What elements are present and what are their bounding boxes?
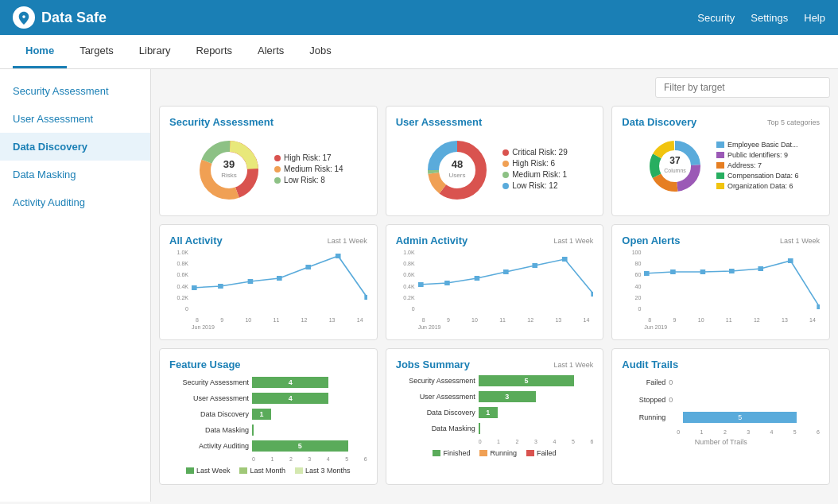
tab-reports[interactable]: Reports [184, 35, 246, 68]
svg-rect-22 [336, 254, 341, 258]
svg-text:37: 37 [669, 155, 681, 166]
data-discovery-card: Data Discovery Top 5 categories 37 Colum… [611, 106, 830, 216]
svg-rect-34 [729, 269, 735, 273]
svg-rect-20 [277, 276, 282, 281]
jobs-summary-chart: Security Assessment 5 User Assessment 3 … [396, 375, 594, 457]
audit-row-stopped: Stopped 0 [622, 394, 820, 405]
header: Data Safe Security Settings Help [0, 0, 838, 35]
audit-row-running: Running 5 [622, 412, 820, 423]
user-donut: 48 Users [421, 134, 493, 206]
logo-icon [13, 6, 35, 29]
security-legend: High Risk: 17 Medium Risk: 14 Low Risk: … [274, 153, 343, 187]
jobs-row-user: User Assessment 3 [396, 391, 594, 402]
nav-help[interactable]: Help [804, 12, 825, 24]
svg-text:Users: Users [449, 172, 466, 179]
user-assessment-chart: 48 Users Critical Risk: 29 High Risk: 6 [396, 134, 594, 206]
feature-usage-card: Feature Usage Security Assessment 4 User… [159, 348, 378, 485]
feature-usage-title: Feature Usage [169, 359, 367, 370]
security-center-value: 39 [223, 158, 235, 170]
medium-dot [274, 166, 281, 173]
jobs-summary-subtitle: Last 1 Week [553, 361, 593, 369]
security-assessment-chart: 39 Risks High Risk: 17 Medium Risk: 14 [169, 134, 367, 206]
admin-activity-chart: 1.0K 0.8K 0.6K 0.4K 0.2K 0 [396, 250, 594, 330]
tab-jobs[interactable]: Jobs [297, 35, 343, 68]
nav-settings[interactable]: Settings [751, 12, 788, 24]
open-alerts-svg [644, 250, 820, 313]
jobs-legend: Finished Running Failed [396, 449, 594, 457]
data-discovery-subtitle: Top 5 categories [767, 118, 820, 126]
svg-rect-21 [305, 265, 311, 269]
logo-text: Data Safe [41, 10, 107, 26]
sidebar-item-user-assessment[interactable]: User Assessment [0, 105, 150, 133]
svg-rect-27 [503, 269, 509, 274]
user-legend: Critical Risk: 29 High Risk: 6 Medium Ri… [502, 148, 567, 192]
discovery-legend: Employee Basic Dat... Public Identifiers… [716, 141, 799, 192]
feature-row-masking: Data Masking [169, 425, 367, 436]
svg-rect-26 [474, 276, 479, 281]
svg-rect-31 [644, 271, 650, 276]
data-discovery-title: Data Discovery [622, 116, 696, 128]
svg-rect-19 [248, 279, 254, 284]
open-alerts-chart: 100 80 60 40 20 0 [622, 250, 820, 330]
svg-rect-32 [670, 269, 676, 274]
svg-rect-33 [700, 269, 706, 274]
tab-home[interactable]: Home [13, 35, 67, 68]
svg-text:Columns: Columns [664, 168, 686, 173]
admin-activity-card: Admin Activity Last 1 Week 1.0K 0.8K 0.6… [386, 224, 604, 340]
header-nav: Security Settings Help [697, 12, 825, 24]
sidebar-item-data-discovery[interactable]: Data Discovery [0, 133, 150, 161]
sidebar-item-data-masking[interactable]: Data Masking [0, 161, 150, 188]
filter-bar [159, 77, 830, 98]
svg-rect-29 [562, 257, 568, 262]
jobs-row-discovery: Data Discovery 1 [396, 407, 594, 418]
feature-row-user: User Assessment 4 [169, 393, 367, 404]
high-label: High Risk: 17 [284, 153, 331, 162]
open-alerts-card: Open Alerts Last 1 Week 100 80 60 40 20 … [611, 224, 830, 340]
open-alerts-subtitle: Last 1 Week [780, 237, 820, 245]
svg-rect-25 [444, 281, 450, 285]
admin-activity-subtitle: Last 1 Week [553, 237, 593, 245]
audit-x-label: Number of Trails [622, 438, 820, 446]
feature-row-security: Security Assessment 4 [169, 377, 367, 388]
high-dot [274, 155, 281, 161]
audit-trails-title: Audit Trails [622, 359, 820, 370]
feature-legend: Last Week Last Month Last 3 Months [169, 467, 367, 475]
audit-row-failed: Failed 0 [622, 377, 820, 388]
svg-text:48: 48 [452, 158, 463, 170]
svg-rect-35 [758, 266, 764, 271]
nav-tabs: Home Targets Library Reports Alerts Jobs [0, 35, 838, 69]
low-label: Low Risk: 8 [284, 176, 325, 184]
feature-usage-chart: Security Assessment 4 User Assessment 4 … [169, 377, 367, 475]
legend-high: High Risk: 17 [274, 153, 343, 162]
svg-rect-36 [788, 258, 793, 263]
security-center-label: Risks [221, 172, 237, 179]
security-donut: 39 Risks [193, 134, 265, 206]
dashboard-grid: Security Assessment 39 Risks [159, 106, 830, 485]
all-activity-card: All Activity Last 1 Week 1.0K 0.8K 0.6K … [159, 224, 378, 340]
medium-label: Medium Risk: 14 [284, 165, 343, 173]
sidebar-item-activity-auditing[interactable]: Activity Auditing [0, 188, 150, 216]
filter-input[interactable] [655, 77, 830, 98]
tab-alerts[interactable]: Alerts [245, 35, 297, 68]
svg-rect-24 [418, 282, 424, 287]
svg-rect-18 [218, 284, 223, 289]
low-dot [274, 177, 281, 184]
content-area: Security Assessment 39 Risks [151, 69, 838, 502]
sidebar: Security Assessment User Assessment Data… [0, 69, 151, 502]
open-alerts-title: Open Alerts [622, 235, 680, 246]
audit-trails-chart: Failed 0 Stopped 0 Running [622, 377, 820, 446]
all-activity-subtitle: Last 1 Week [328, 237, 367, 245]
logo: Data Safe [13, 6, 107, 29]
tab-library[interactable]: Library [126, 35, 184, 68]
jobs-summary-card: Jobs Summary Last 1 Week Security Assess… [386, 348, 604, 485]
jobs-row-masking: Data Masking [396, 423, 594, 434]
legend-medium: Medium Risk: 14 [274, 165, 343, 173]
feature-row-discovery: Data Discovery 1 [169, 409, 367, 420]
feature-row-auditing: Activity Auditing 5 [169, 440, 367, 452]
nav-security[interactable]: Security [697, 12, 735, 24]
svg-rect-37 [817, 304, 820, 309]
sidebar-item-security-assessment[interactable]: Security Assessment [0, 77, 150, 105]
tab-targets[interactable]: Targets [67, 35, 126, 68]
svg-rect-28 [532, 263, 537, 268]
security-assessment-title: Security Assessment [169, 116, 367, 128]
